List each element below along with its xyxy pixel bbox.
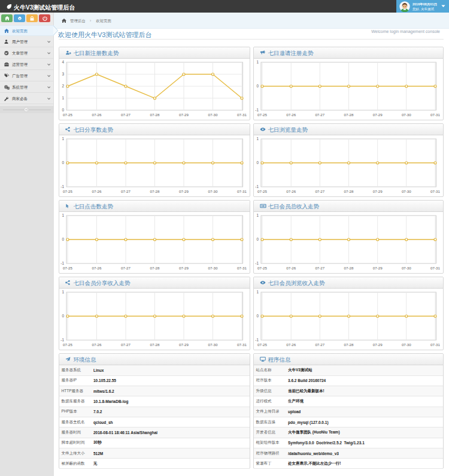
- svg-text:-1: -1: [255, 108, 259, 112]
- svg-text:07-26: 07-26: [286, 189, 296, 193]
- svg-text:0: 0: [62, 108, 64, 112]
- svg-text:07-31: 07-31: [237, 113, 247, 117]
- svg-text:07-26: 07-26: [286, 266, 296, 270]
- svg-text:-1: -1: [255, 184, 259, 189]
- svg-text:07-25: 07-25: [63, 342, 72, 347]
- svg-text:07-26: 07-26: [92, 266, 102, 270]
- svg-text:1: 1: [62, 137, 64, 141]
- svg-text:07-29: 07-29: [179, 342, 189, 347]
- svg-text:07-30: 07-30: [208, 266, 218, 270]
- svg-text:07-26: 07-26: [92, 113, 102, 117]
- svg-text:0: 0: [62, 237, 64, 241]
- svg-text:07-26: 07-26: [92, 189, 102, 193]
- svg-text:07-28: 07-28: [344, 113, 354, 117]
- svg-text:1: 1: [256, 213, 259, 217]
- svg-text:1: 1: [256, 137, 259, 141]
- svg-text:07-27: 07-27: [121, 113, 131, 117]
- svg-text:-1: -1: [60, 184, 64, 189]
- svg-text:07-28: 07-28: [344, 342, 354, 347]
- svg-text:07-25: 07-25: [257, 189, 267, 193]
- svg-text:0: 0: [62, 160, 64, 165]
- svg-text:07-26: 07-26: [92, 342, 102, 347]
- svg-text:07-27: 07-27: [315, 266, 324, 270]
- svg-text:07-30: 07-30: [402, 113, 411, 117]
- svg-text:1: 1: [62, 96, 64, 100]
- svg-text:07-25: 07-25: [257, 113, 267, 117]
- svg-text:0: 0: [256, 237, 259, 241]
- svg-text:1: 1: [62, 213, 64, 217]
- svg-text:07-25: 07-25: [257, 266, 267, 270]
- svg-text:-1: -1: [255, 338, 259, 342]
- svg-text:07-31: 07-31: [430, 342, 440, 347]
- svg-text:07-27: 07-27: [315, 113, 324, 117]
- svg-text:07-27: 07-27: [315, 342, 324, 347]
- svg-text:07-27: 07-27: [121, 342, 131, 347]
- svg-text:07-27: 07-27: [121, 266, 131, 270]
- svg-text:07-31: 07-31: [430, 266, 440, 270]
- svg-text:0: 0: [62, 314, 64, 318]
- svg-text:07-30: 07-30: [402, 189, 411, 193]
- svg-text:-1: -1: [60, 261, 64, 265]
- svg-text:07-28: 07-28: [344, 189, 354, 193]
- svg-text:-1: -1: [255, 261, 259, 265]
- svg-text:07-28: 07-28: [150, 113, 160, 117]
- svg-text:07-29: 07-29: [179, 113, 189, 117]
- svg-text:07-30: 07-30: [208, 342, 218, 347]
- svg-text:07-27: 07-27: [315, 189, 324, 193]
- svg-text:07-30: 07-30: [208, 113, 218, 117]
- svg-text:07-29: 07-29: [373, 189, 383, 193]
- svg-text:07-30: 07-30: [402, 342, 411, 347]
- svg-text:1: 1: [256, 60, 259, 64]
- svg-text:07-30: 07-30: [208, 189, 218, 193]
- svg-text:07-30: 07-30: [402, 266, 411, 270]
- svg-text:07-29: 07-29: [179, 266, 189, 270]
- svg-text:0: 0: [256, 314, 259, 318]
- svg-text:07-29: 07-29: [373, 342, 383, 347]
- svg-text:3: 3: [62, 72, 64, 76]
- svg-text:07-29: 07-29: [373, 266, 383, 270]
- svg-text:07-31: 07-31: [237, 266, 247, 270]
- svg-text:1: 1: [62, 290, 64, 294]
- svg-text:07-25: 07-25: [63, 189, 72, 193]
- svg-text:07-25: 07-25: [63, 266, 72, 270]
- svg-text:07-28: 07-28: [150, 266, 160, 270]
- svg-text:07-26: 07-26: [286, 113, 296, 117]
- svg-text:07-31: 07-31: [237, 342, 247, 347]
- svg-text:07-28: 07-28: [150, 342, 160, 347]
- svg-text:07-28: 07-28: [344, 266, 354, 270]
- svg-text:07-26: 07-26: [286, 342, 296, 347]
- svg-text:07-25: 07-25: [257, 342, 267, 347]
- svg-text:1: 1: [256, 290, 259, 294]
- svg-text:07-31: 07-31: [430, 189, 440, 193]
- svg-text:0: 0: [256, 84, 259, 88]
- svg-text:07-28: 07-28: [150, 189, 160, 193]
- svg-text:0: 0: [256, 160, 259, 165]
- svg-text:4: 4: [62, 60, 64, 64]
- svg-text:07-25: 07-25: [63, 113, 72, 117]
- svg-text:07-29: 07-29: [373, 113, 383, 117]
- svg-text:07-27: 07-27: [121, 189, 131, 193]
- svg-text:07-31: 07-31: [237, 189, 247, 193]
- svg-text:-1: -1: [60, 338, 64, 342]
- svg-text:07-31: 07-31: [430, 113, 440, 117]
- svg-text:2: 2: [62, 84, 64, 88]
- svg-text:07-29: 07-29: [179, 189, 189, 193]
